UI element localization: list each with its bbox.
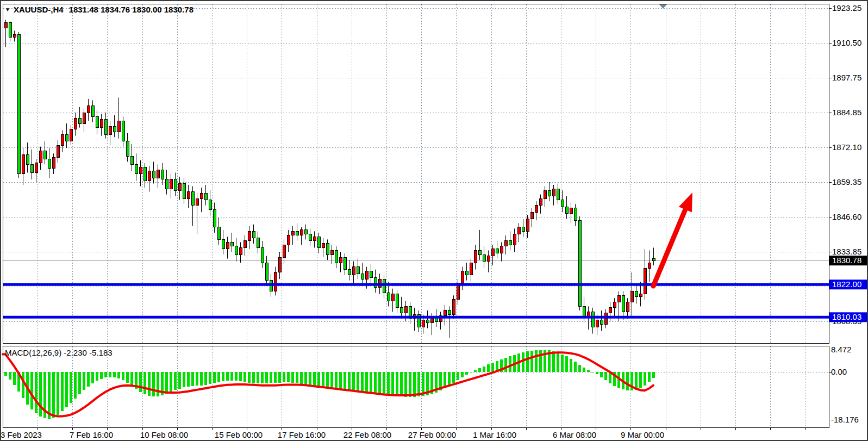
candle-body <box>330 250 333 254</box>
macd-histogram-bar <box>396 372 398 396</box>
candle-body <box>539 198 542 206</box>
candle-body <box>296 231 298 235</box>
price-axis-label: 1910.50 <box>832 38 861 47</box>
candle-body <box>148 171 151 181</box>
price-panel-border <box>3 4 829 344</box>
candle-body <box>526 219 529 232</box>
candle-body <box>313 237 316 241</box>
candle-body <box>548 190 551 196</box>
macd-histogram-bar <box>222 372 224 381</box>
macd-histogram-bar <box>148 372 151 396</box>
candle-body <box>178 184 181 191</box>
macd-histogram-bar <box>570 359 572 372</box>
candle-body <box>122 121 124 141</box>
macd-histogram-bar <box>413 372 416 397</box>
candle-body <box>91 105 94 116</box>
candle-body <box>235 246 238 254</box>
macd-histogram-bar <box>96 372 98 381</box>
macd-histogram-bar <box>204 372 207 385</box>
trend-arrow-head[interactable] <box>679 192 692 212</box>
macd-histogram-bar <box>178 372 181 389</box>
candle-body <box>13 35 16 38</box>
time-axis-label: 27 Feb 00:00 <box>408 430 456 439</box>
macd-histogram-bar <box>313 372 316 386</box>
macd-histogram-bar <box>300 372 303 384</box>
candle-body <box>152 171 155 178</box>
macd-histogram-bar <box>291 372 294 383</box>
candle-body <box>522 227 524 232</box>
macd-histogram-bar <box>70 372 72 403</box>
macd-histogram-bar <box>100 372 103 379</box>
macd-histogram-bar <box>209 372 211 384</box>
trend-arrow-shaft[interactable] <box>653 207 686 286</box>
macd-histogram-bar <box>491 363 494 372</box>
macd-histogram-bar <box>583 368 585 372</box>
time-axis-label: 22 Feb 08:00 <box>344 430 391 439</box>
candle-body <box>596 320 598 327</box>
macd-histogram-bar <box>74 372 77 399</box>
candle-body <box>361 274 364 279</box>
macd-histogram-bar <box>270 372 272 383</box>
macd-histogram-bar <box>448 372 451 386</box>
macd-histogram-bar <box>561 355 564 372</box>
price-axis-label: 1859.35 <box>832 177 861 187</box>
macd-histogram-bar <box>139 372 142 392</box>
candle-body <box>61 134 64 145</box>
candle-body <box>422 320 424 327</box>
macd-histogram-bar <box>452 372 455 383</box>
candle-body <box>630 291 633 302</box>
candle-body <box>530 212 533 219</box>
macd-histogram-bar <box>404 372 407 397</box>
macd-histogram-bar <box>226 372 229 381</box>
candle-body <box>196 198 198 206</box>
candle-body <box>283 245 285 257</box>
ohlc-quote-label: 1831.48 1834.76 1830.00 1830.78 <box>69 5 193 14</box>
macd-indicator-label: MACD(12,26,9) -2.230 -5.183 <box>5 348 113 357</box>
symbol-period-label: XAUUSD-,H4 <box>14 5 64 14</box>
candle-body <box>357 267 359 274</box>
candle-body <box>639 294 642 297</box>
macd-histogram-bar <box>165 372 168 394</box>
macd-histogram-bar <box>296 372 298 383</box>
candle-body <box>304 230 307 234</box>
price-axis-label: 1846.60 <box>832 212 861 221</box>
candle-body <box>444 310 446 316</box>
macd-histogram-bar <box>122 372 124 380</box>
candle-body <box>22 155 24 174</box>
candle-body <box>322 244 324 248</box>
macd-histogram-bar <box>261 372 264 383</box>
candle-body <box>613 302 616 308</box>
macd-histogram-bar <box>457 372 459 380</box>
candle-body <box>165 179 168 189</box>
candle-body <box>452 300 455 315</box>
macd-histogram-bar <box>465 372 468 375</box>
candle-body <box>261 247 264 263</box>
macd-histogram-bar <box>35 372 38 413</box>
macd-histogram-bar <box>604 372 607 380</box>
candle-body <box>78 118 81 123</box>
candle-body <box>570 208 572 214</box>
macd-histogram-bar <box>200 372 203 386</box>
candle-body <box>230 242 233 246</box>
macd-histogram-bar <box>644 372 646 386</box>
candle-body <box>509 241 511 245</box>
candle-body <box>143 167 146 181</box>
candle-body <box>170 179 172 189</box>
candle-body <box>483 254 485 262</box>
candle-body <box>326 244 329 254</box>
chart-shift-marker-icon[interactable] <box>659 4 667 9</box>
macd-histogram-bar <box>487 364 490 372</box>
macd-histogram-bar <box>283 372 285 382</box>
chart-canvas[interactable]: 1923.251910.501897.751884.851872.101859.… <box>1 1 868 441</box>
candle-body <box>257 238 259 248</box>
candle-body <box>565 207 568 214</box>
candle-body <box>339 257 342 263</box>
macd-histogram-bar <box>126 372 129 383</box>
candle-body <box>383 279 385 293</box>
macd-histogram-bar <box>639 372 642 388</box>
candle-body <box>600 320 603 324</box>
symbol-dropdown-icon[interactable]: ▼ <box>5 7 10 13</box>
macd-histogram-bar <box>191 372 194 386</box>
macd-axis-label: 0.00 <box>831 367 847 376</box>
macd-histogram-bar <box>196 372 198 386</box>
